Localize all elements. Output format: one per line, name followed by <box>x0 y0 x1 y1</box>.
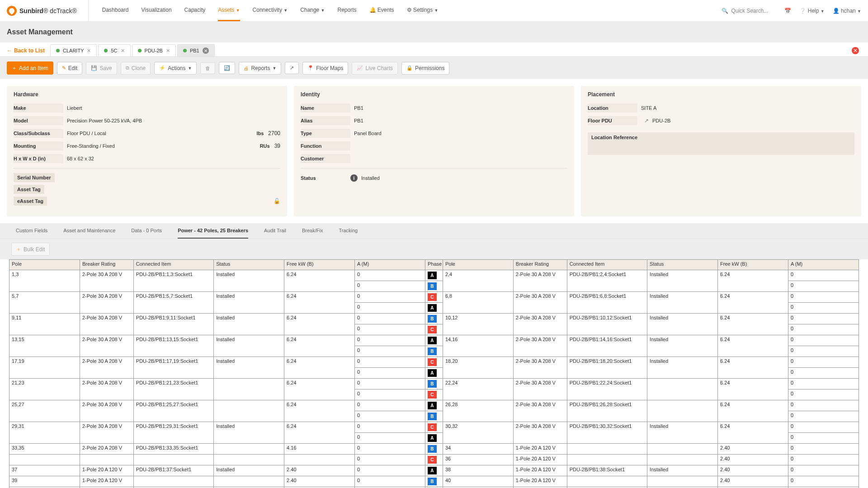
reports-menu[interactable]: 🖨Reports ▼ <box>239 62 281 75</box>
help-menu[interactable]: ❔ Help ▼ <box>799 8 824 14</box>
phase-chip: C <box>428 293 437 301</box>
placement-title: Placement <box>588 91 854 98</box>
nav-reports[interactable]: Reports <box>337 0 356 21</box>
detail-sub-tabs: Custom FieldsAsset and MaintenanceData -… <box>0 223 868 239</box>
file-tab-strip: ←Back to List CLARITY✕5C✕PDU-2B✕PB1✕ ✕ <box>0 42 868 57</box>
col-header[interactable]: Connected Item <box>567 260 647 270</box>
col-header[interactable]: Phase <box>425 260 443 270</box>
lbs-value: 2700 <box>268 130 280 136</box>
table-row[interactable]: 25,272-Pole 30 A 208 VPDU-2B/PB1:25,27:S… <box>9 400 859 411</box>
nav-change[interactable]: Change ▼ <box>300 0 325 21</box>
close-all-button[interactable]: ✕ <box>852 47 859 54</box>
refresh-button[interactable]: 🔄 <box>219 62 235 74</box>
file-tab-5C[interactable]: 5C✕ <box>98 44 130 56</box>
save-icon: 💾 <box>91 65 97 71</box>
table-row[interactable]: 0C361-Pole 20 A 120 V2.400 <box>9 455 859 465</box>
info-icon[interactable]: i <box>350 174 358 182</box>
nav-visualization[interactable]: Visualization <box>141 0 171 21</box>
floor-maps-button[interactable]: 📍Floor Maps <box>302 62 348 75</box>
file-tab-PB1[interactable]: PB1✕ <box>177 44 215 56</box>
col-header[interactable]: Pole <box>443 260 513 270</box>
col-header[interactable]: Breaker Rating <box>513 260 567 270</box>
mounting-label: Mounting <box>14 141 63 150</box>
plus-icon: ＋ <box>12 65 17 71</box>
table-row[interactable]: 371-Pole 20 A 120 VPDU-2B/PB1:37:Socket1… <box>9 465 859 476</box>
share-icon: ↗ <box>290 65 294 71</box>
sub-tab-5[interactable]: Break/Fix <box>302 223 323 239</box>
table-row[interactable]: 29,312-Pole 30 A 208 VPDU-2B/PB1:29,31:S… <box>9 422 859 433</box>
main-nav: DashboardVisualizationCapacityAssets ▼Co… <box>88 0 439 21</box>
nav-settings[interactable]: ⚙ Settings ▼ <box>407 0 439 21</box>
print-icon: 🖨 <box>244 66 249 71</box>
clone-icon: ⧉ <box>126 65 129 71</box>
close-icon[interactable]: ✕ <box>87 48 91 54</box>
easset-tag-label: eAsset Tag <box>14 197 47 206</box>
back-to-list[interactable]: ←Back to List <box>7 47 45 54</box>
col-header[interactable]: Status <box>647 260 718 270</box>
floor-pdu-label: Floor PDU <box>588 116 637 125</box>
table-row[interactable]: 391-Pole 20 A 120 V2.400B401-Pole 20 A 1… <box>9 476 859 487</box>
phase-chip: A <box>428 467 437 474</box>
phase-chip: A <box>428 272 437 279</box>
hardware-card: Hardware MakeLiebert ModelPrecision Powe… <box>7 86 287 216</box>
table-row[interactable]: 5,72-Pole 30 A 208 VPDU-2B/PB1:5,7:Socke… <box>9 292 859 303</box>
phase-chip: C <box>428 358 437 366</box>
col-header[interactable]: A (M) <box>355 260 425 270</box>
col-header[interactable]: Connected Item <box>133 260 213 270</box>
user-menu[interactable]: 👤 hchan ▼ <box>833 8 861 14</box>
nav-capacity[interactable]: Capacity <box>184 0 206 21</box>
share-button[interactable]: ↗ <box>285 62 299 74</box>
sub-tab-4[interactable]: Audit Trail <box>264 223 286 239</box>
sub-tab-0[interactable]: Custom Fields <box>16 223 47 239</box>
chart-icon: 📈 <box>357 65 363 71</box>
hardware-title: Hardware <box>14 91 280 98</box>
close-icon[interactable]: ✕ <box>203 47 209 54</box>
table-row[interactable]: 9,112-Pole 30 A 208 VPDU-2B/PB1:9,11:Soc… <box>9 314 859 324</box>
function-label: Function <box>301 141 350 150</box>
col-header[interactable]: A (M) <box>788 260 859 270</box>
unlock-icon[interactable]: 🔓 <box>274 198 280 204</box>
phase-chip: B <box>428 413 437 420</box>
nav-connectivity[interactable]: Connectivity ▼ <box>253 0 288 21</box>
table-row[interactable]: 21,232-Pole 30 A 208 VPDU-2B/PB1:21,23:S… <box>9 379 859 389</box>
placement-card: Placement LocationSITE A Floor PDU↗PDU-2… <box>581 86 861 216</box>
phase-chip: C <box>428 423 437 431</box>
col-header[interactable]: Free kW (B) <box>718 260 788 270</box>
alias-value: PB1 <box>350 118 363 123</box>
col-header[interactable]: Pole <box>9 260 80 270</box>
quick-search[interactable]: 🔍Quick Search... <box>717 5 776 17</box>
table-row[interactable]: 1,32-Pole 30 A 208 VPDU-2B/PB1:1,3:Socke… <box>9 270 859 281</box>
add-item-button[interactable]: ＋Add an Item <box>7 61 53 75</box>
make-label: Make <box>14 103 63 113</box>
col-header[interactable]: Status <box>214 260 284 270</box>
table-row[interactable]: 17,192-Pole 30 A 208 VPDU-2B/PB1:17,19:S… <box>9 357 859 368</box>
table-row[interactable]: 13,152-Pole 30 A 208 VPDU-2B/PB1:13,15:S… <box>9 335 859 346</box>
close-icon[interactable]: ✕ <box>121 48 125 54</box>
file-tab-PDU-2B[interactable]: PDU-2B✕ <box>132 44 176 56</box>
topbar: Sunbird® dcTrack® DashboardVisualization… <box>0 0 868 22</box>
model-label: Model <box>14 116 63 125</box>
nav-dashboard[interactable]: Dashboard <box>102 0 129 21</box>
identity-title: Identity <box>301 91 567 98</box>
identity-card: Identity NamePB1 AliasPB1 TypePanel Boar… <box>294 86 574 216</box>
sub-tab-3[interactable]: Power - 42 Poles, 25 Breakers <box>178 223 248 239</box>
logo[interactable]: Sunbird® dcTrack® <box>7 6 77 16</box>
permissions-button[interactable]: 🔒Permissions <box>401 62 449 75</box>
bulk-bar: ＋Bulk Edit <box>0 239 868 259</box>
sub-tab-2[interactable]: Data - 0 Ports <box>131 223 162 239</box>
link-out-icon[interactable]: ↗ <box>644 117 649 124</box>
col-header[interactable]: Free kW (B) <box>284 260 355 270</box>
file-tab-CLARITY[interactable]: CLARITY✕ <box>50 44 97 56</box>
nav-assets[interactable]: Assets ▼ <box>218 0 240 21</box>
nav-events[interactable]: 🔔 Events <box>369 0 394 21</box>
calendar-icon[interactable]: 📅 <box>784 8 791 14</box>
table-row[interactable]: 33,352-Pole 20 A 208 VPDU-2B/PB1:33,35:S… <box>9 444 859 455</box>
bolt-icon: ⚡ <box>159 65 165 71</box>
sub-tab-1[interactable]: Asset and Maintenance <box>63 223 115 239</box>
phase-chip: A <box>428 402 437 409</box>
edit-button[interactable]: ✎Edit <box>57 62 83 75</box>
col-header[interactable]: Breaker Rating <box>80 260 133 270</box>
close-icon[interactable]: ✕ <box>166 48 170 54</box>
sub-tab-6[interactable]: Tracking <box>339 223 358 239</box>
actions-menu[interactable]: ⚡Actions ▼ <box>154 62 197 75</box>
